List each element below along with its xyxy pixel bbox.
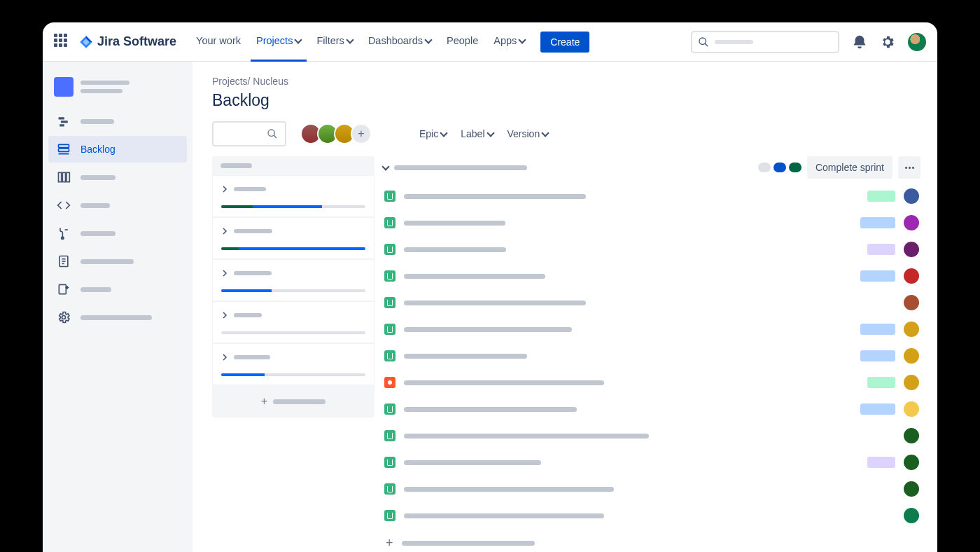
issue-row[interactable] [383,422,920,449]
assignee-avatar[interactable] [904,375,919,390]
svg-rect-9 [62,172,65,181]
chevron-down-icon[interactable] [382,163,389,170]
assignee-avatar[interactable] [904,188,919,204]
nav-dashboards[interactable]: Dashboards [363,22,437,62]
issue-status-tag [860,324,895,335]
sidebar-item-backlog[interactable]: Backlog [48,136,187,163]
breadcrumb[interactable]: Projects/ Nucleus [212,76,920,87]
label-filter-dropdown[interactable]: Label [461,128,493,139]
sidebar-project-header[interactable] [48,73,187,108]
issue-row[interactable] [383,209,920,236]
pages-icon [57,254,71,268]
chevron-down-icon [424,36,432,43]
assignee-avatar[interactable] [904,268,919,284]
epic-card[interactable] [212,217,374,259]
issue-summary [404,513,604,518]
sidebar-item-label [80,259,134,264]
nav-your-work[interactable]: Your work [190,22,246,62]
create-issue-button[interactable]: + [383,529,920,552]
svg-point-19 [62,316,66,319]
code-icon [57,198,71,212]
assignee-avatar[interactable] [904,455,919,470]
sprint-header: Complete sprint [383,156,920,179]
sidebar-item-settings[interactable] [48,304,187,331]
story-icon [384,297,396,308]
issue-row[interactable] [383,263,920,289]
issue-summary [404,380,604,385]
chevron-down-icon [486,129,494,137]
assignee-avatar[interactable] [904,348,919,364]
assignee-avatar[interactable] [904,481,919,497]
nav-projects[interactable]: Projects [251,22,307,62]
settings-icon[interactable] [880,34,895,50]
epic-card[interactable] [212,301,374,343]
epic-filter-dropdown[interactable]: Epic [419,128,447,139]
main-content: Projects/ Nucleus Backlog + Epic Label V… [192,62,937,552]
assignee-avatar[interactable] [904,215,919,230]
issue-row[interactable] [383,316,920,343]
plus-icon: + [386,536,393,551]
issue-row[interactable] [383,183,920,209]
issue-row[interactable] [383,449,920,476]
sidebar-item-label [80,203,110,208]
issue-summary [404,194,586,199]
search-icon [698,36,709,48]
nav-people[interactable]: People [441,22,484,62]
global-search-input[interactable] [691,31,839,53]
issue-row[interactable] [383,369,920,396]
issue-row[interactable] [383,289,920,316]
add-shortcut-icon [57,282,71,296]
assignee-avatar-filter[interactable]: + [300,123,372,144]
app-switcher-icon[interactable] [54,34,71,50]
issue-row[interactable] [383,502,920,529]
roadmap-icon [57,114,71,128]
svg-line-1 [705,43,708,46]
sidebar-item-code[interactable] [48,192,187,219]
issue-row[interactable] [383,236,920,263]
chevron-down-icon [542,129,550,137]
issue-row[interactable] [383,396,920,422]
issue-row[interactable] [383,476,920,502]
assignee-avatar[interactable] [904,401,919,417]
product-logo[interactable]: Jira Software [79,34,176,49]
issue-row[interactable] [383,343,920,369]
version-filter-dropdown[interactable]: Version [507,128,549,139]
nav-filters[interactable]: Filters [311,22,358,62]
epics-panel-header [212,156,374,175]
epic-card[interactable] [212,343,374,385]
board-search-input[interactable] [212,121,286,146]
create-button[interactable]: Create [540,32,589,53]
sidebar-item-roadmap[interactable] [48,108,187,134]
product-name: Jira Software [97,34,176,49]
svg-rect-10 [66,172,69,181]
releases-icon [57,226,71,240]
chevron-down-icon [519,36,526,43]
assignee-avatar[interactable] [904,295,919,310]
issue-status-tag [867,377,895,388]
assignee-avatar[interactable] [904,322,919,337]
issue-status-tag [867,457,895,468]
sidebar-item-board[interactable] [48,164,187,191]
sidebar-item-label: Backlog [80,144,115,155]
create-epic-button[interactable]: + [212,385,374,418]
issue-status-tag [860,270,895,282]
svg-rect-2 [59,117,64,119]
assignee-avatar[interactable] [904,428,919,443]
epic-card[interactable] [212,175,374,217]
add-assignee-button[interactable]: + [351,123,372,144]
story-icon [384,510,396,521]
more-actions-button[interactable] [898,156,920,179]
sidebar-item-add-shortcut[interactable] [48,276,187,303]
sidebar-item-releases[interactable] [48,220,187,247]
profile-avatar[interactable] [908,33,926,51]
notifications-icon[interactable] [852,34,867,50]
assignee-avatar[interactable] [904,242,919,257]
nav-apps[interactable]: Apps [488,22,531,62]
story-icon [384,244,396,255]
epic-card[interactable] [212,259,374,301]
sidebar-item-pages[interactable] [48,248,187,275]
chevron-down-icon [346,36,354,43]
svg-line-21 [274,135,276,138]
assignee-avatar[interactable] [904,508,919,523]
complete-sprint-button[interactable]: Complete sprint [807,156,892,179]
